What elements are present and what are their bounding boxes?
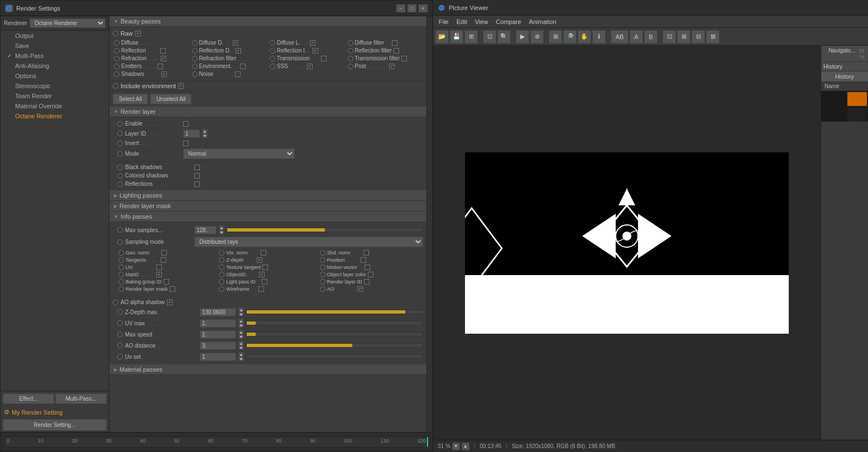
uvset-input[interactable] [200, 353, 236, 361]
toolbar-view-btn[interactable]: ⊞ [549, 30, 562, 44]
difusel-radio[interactable] [270, 40, 275, 46]
environment-radio[interactable] [192, 64, 198, 69]
minimize-button[interactable]: − [396, 4, 405, 12]
render-setting-button[interactable]: Render Setting... [3, 419, 107, 431]
transmission-check[interactable] [321, 56, 327, 61]
maxspeed-down[interactable]: ▼ [238, 334, 244, 339]
toolbar-frame3-btn[interactable]: ⊟ [692, 30, 705, 44]
reflectionfilter-check[interactable] [394, 48, 399, 54]
tangents-radio[interactable] [118, 257, 124, 263]
sidebar-item-octane[interactable]: Octane Renderer [1, 111, 109, 121]
environment-check[interactable] [240, 64, 246, 69]
toolbar-layer-btn[interactable]: ⊡ [483, 30, 496, 44]
emitters-radio[interactable] [114, 64, 119, 69]
zdepth-radio[interactable] [219, 257, 224, 263]
toolbar-a-btn[interactable]: A [630, 30, 643, 44]
toolbar-zoom-btn[interactable]: 🔎 [563, 30, 577, 44]
reflectiond-radio[interactable] [192, 48, 198, 54]
objectlayercolor-radio[interactable] [320, 272, 325, 277]
transmissionfilter-radio[interactable] [348, 56, 353, 61]
reflection-check[interactable] [160, 48, 166, 54]
invert-check[interactable] [183, 141, 189, 146]
lighting-passes-header[interactable]: ▶ Lighting passes [109, 190, 426, 201]
uvmax-up[interactable]: ▲ [238, 319, 244, 323]
maxsamples-down[interactable]: ▼ [219, 230, 224, 234]
position-check[interactable] [361, 257, 366, 263]
reflectioni-check[interactable] [313, 48, 318, 54]
enable-radio[interactable] [117, 121, 123, 127]
maxspeed-radio[interactable] [117, 331, 123, 337]
diffused-check[interactable] [233, 40, 238, 46]
maxspeed-up[interactable]: ▲ [238, 330, 244, 334]
emitters-check[interactable] [157, 64, 163, 69]
mode-select[interactable]: Normal [183, 148, 295, 159]
toolbar-render-btn[interactable]: ▶ [516, 30, 529, 44]
toolbar-export-btn[interactable]: ⊞ [464, 30, 478, 44]
sidebar-item-antialiasing[interactable]: Anti-Aliasing [1, 61, 109, 71]
reflections-check[interactable] [194, 181, 200, 187]
aodistance-down[interactable]: ▼ [238, 345, 244, 350]
objectid-check[interactable] [259, 272, 265, 277]
my-render-setting[interactable]: ⚙ My Render Setting [1, 406, 109, 418]
reflectiond-check[interactable] [236, 48, 241, 54]
beauty-passes-header[interactable]: ▼ Beauty passes [109, 16, 426, 27]
effect-button[interactable]: Effect... [3, 393, 54, 404]
diffusefilter-check[interactable] [392, 40, 397, 46]
refraction-check[interactable] [161, 56, 166, 61]
zoom-up-btn[interactable]: ▲ [462, 443, 469, 450]
shadows-radio[interactable] [114, 71, 119, 77]
zdepthmax-input[interactable] [200, 308, 236, 316]
maximize-button[interactable]: □ [407, 4, 416, 12]
pv-canvas-area[interactable] [433, 46, 821, 440]
vtx-norm-check[interactable] [261, 250, 266, 256]
uvmax-down[interactable]: ▼ [238, 323, 244, 328]
ao-radio[interactable] [320, 286, 325, 292]
position-radio[interactable] [320, 257, 325, 263]
toolbar-b-btn[interactable]: B [644, 30, 658, 44]
diffused-radio[interactable] [192, 40, 198, 46]
wireframe-radio[interactable] [219, 286, 224, 292]
shd-norm-check[interactable] [363, 250, 369, 256]
post-check[interactable] [389, 64, 395, 69]
tangents-check[interactable] [161, 257, 166, 263]
bakinggroupid-radio[interactable] [118, 279, 124, 285]
reflections-radio[interactable] [117, 181, 123, 187]
menu-file[interactable]: File [435, 17, 452, 26]
render-layer-header[interactable]: ▼ Render layer [109, 107, 426, 117]
toolbar-open-btn[interactable]: 📂 [435, 30, 449, 44]
mode-radio[interactable] [117, 151, 123, 157]
blackshadows-radio[interactable] [117, 165, 123, 170]
texturetangent-check[interactable] [262, 265, 268, 270]
raw-checkbox[interactable] [135, 31, 141, 36]
info-passes-header[interactable]: ▼ Info passes [109, 211, 426, 222]
reflection-radio[interactable] [114, 48, 119, 54]
geo-norm-radio[interactable] [118, 250, 124, 256]
renderlayer-mask-header[interactable]: ▶ Render layer mask [109, 201, 426, 211]
uv-check[interactable] [156, 265, 162, 270]
reflectionfilter-radio[interactable] [348, 48, 353, 54]
raw-radio[interactable] [113, 31, 118, 36]
toolbar-ab-btn[interactable]: AB [611, 30, 629, 44]
blackshadows-check[interactable] [194, 165, 200, 170]
reflectioni-radio[interactable] [270, 48, 275, 54]
renderer-dropdown[interactable]: Octane Renderer [30, 18, 105, 28]
renderlayermask-check[interactable] [170, 286, 175, 292]
sidebar-item-teamrender[interactable]: Team Render [1, 91, 109, 101]
toolbar-render2-btn[interactable]: ⊕ [530, 30, 544, 44]
samplingmode-radio[interactable] [117, 239, 123, 245]
post-radio[interactable] [348, 64, 353, 69]
toolbar-save-btn[interactable]: 💾 [450, 30, 463, 44]
motionvector-radio[interactable] [320, 265, 325, 270]
include-env-radio[interactable] [113, 83, 118, 89]
maxsamples-input[interactable] [194, 226, 217, 234]
menu-compare[interactable]: Compare [492, 17, 524, 26]
refraction-radio[interactable] [114, 56, 119, 61]
uvmax-radio[interactable] [117, 320, 123, 326]
maxsamples-radio[interactable] [117, 227, 123, 233]
toolbar-frame-btn[interactable]: ⊡ [663, 30, 676, 44]
bakinggroupid-check[interactable] [164, 279, 169, 285]
toolbar-frame4-btn[interactable]: ⊠ [706, 30, 720, 44]
zdepthmax-down[interactable]: ▼ [238, 312, 244, 316]
geo-norm-check[interactable] [161, 250, 167, 256]
diffusefilter-radio[interactable] [348, 40, 353, 46]
